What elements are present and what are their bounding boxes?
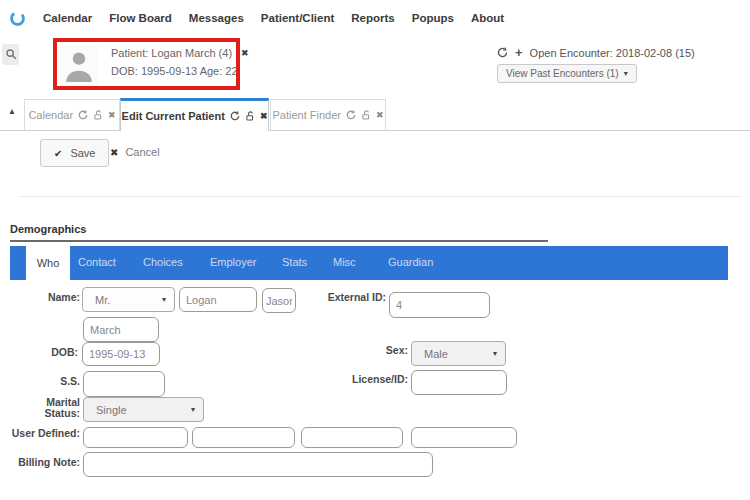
chevron-down-icon: ▾	[162, 295, 166, 304]
tab-refresh-icon[interactable]	[230, 111, 240, 121]
marital-status-label: Marital Status:	[28, 397, 80, 419]
collapse-tabs-icon[interactable]: ▲	[8, 107, 16, 116]
workspace-tab-calendar[interactable]: Calendar ✖	[24, 99, 120, 130]
chevron-down-icon: ▾	[493, 349, 497, 358]
tab-close-icon[interactable]: ✖	[108, 110, 116, 120]
view-past-encounters-button[interactable]: View Past Encounters (1) ▾	[497, 64, 637, 83]
marital-status-value: Single	[96, 404, 127, 416]
demo-tab-employer[interactable]: Employer	[210, 256, 256, 268]
add-encounter-icon[interactable]: +	[515, 45, 523, 60]
patient-close-icon[interactable]: ✖	[241, 48, 249, 58]
nav-item-about[interactable]: About	[471, 12, 504, 24]
tab-close-icon[interactable]: ✖	[376, 110, 384, 120]
demo-tab-choices[interactable]: Choices	[143, 256, 183, 268]
top-nav: Calendar Flow Board Messages Patient/Cli…	[0, 0, 750, 36]
demo-tab-contact[interactable]: Contact	[78, 256, 116, 268]
external-id-label: External ID:	[300, 292, 386, 303]
sex-select[interactable]: Male ▾	[411, 341, 506, 366]
dob-label: DOB:	[30, 347, 78, 358]
marital-status-select[interactable]: Single ▾	[83, 397, 204, 422]
tab-lock-icon[interactable]	[361, 110, 371, 120]
ss-label: S.S.	[30, 376, 80, 387]
nav-item-patient-client[interactable]: Patient/Client	[261, 12, 334, 24]
patient-avatar	[59, 46, 98, 88]
tab-lock-icon[interactable]	[245, 111, 255, 121]
check-icon: ✔	[54, 148, 62, 159]
tab-label: Patient Finder	[272, 109, 340, 121]
billing-note-input[interactable]	[83, 452, 433, 477]
demo-tab-misc[interactable]: Misc	[333, 256, 356, 268]
tabbar-bottom-border	[0, 130, 750, 131]
user-defined-input-2[interactable]	[192, 427, 295, 448]
title-select-value: Mr.	[95, 294, 110, 306]
cancel-button-label: Cancel	[125, 146, 159, 158]
demo-tab-stats[interactable]: Stats	[282, 256, 307, 268]
app-logo-icon	[9, 10, 26, 27]
dob-input[interactable]	[82, 342, 160, 366]
patient-search-button[interactable]	[2, 44, 19, 65]
patient-summary: Patient: Logan March (4) ✖ DOB: 1995-09-…	[111, 47, 249, 77]
person-icon	[62, 46, 96, 88]
user-defined-input-4[interactable]	[411, 427, 517, 448]
refresh-icon[interactable]	[497, 47, 508, 58]
nav-item-messages[interactable]: Messages	[189, 12, 244, 24]
demographics-heading: Demographics	[10, 223, 86, 235]
nav-item-reports[interactable]: Reports	[351, 12, 394, 24]
tab-refresh-icon[interactable]	[346, 110, 356, 120]
middle-name-input[interactable]	[262, 288, 296, 313]
chevron-down-icon: ▾	[624, 69, 628, 78]
nav-item-calendar[interactable]: Calendar	[43, 12, 92, 24]
license-id-input[interactable]	[411, 370, 507, 395]
cancel-button[interactable]: ✖ Cancel	[110, 146, 160, 158]
workspace-tab-edit-current-patient[interactable]: Edit Current Patient ✖	[120, 98, 269, 131]
toolbar-separator	[18, 196, 741, 197]
tab-label: Edit Current Patient	[122, 110, 225, 122]
ss-input[interactable]	[83, 371, 165, 397]
tab-lock-icon[interactable]	[93, 110, 103, 120]
billing-note-label: Billing Note:	[14, 457, 80, 468]
name-label: Name:	[30, 292, 80, 303]
cancel-x-icon: ✖	[110, 147, 118, 158]
search-icon	[5, 46, 17, 64]
chevron-down-icon: ▾	[191, 405, 195, 414]
patient-dob-line: DOB: 1995-09-13 Age: 22	[111, 65, 249, 77]
save-button[interactable]: ✔ Save	[40, 139, 109, 167]
open-encounter-label: Open Encounter: 2018-02-08 (15)	[530, 47, 695, 59]
sex-label: Sex:	[360, 345, 408, 356]
first-name-input[interactable]	[179, 287, 257, 312]
external-id-input[interactable]	[389, 292, 490, 318]
demo-tab-guardian[interactable]: Guardian	[388, 256, 433, 268]
demographics-tab-bar: Who Contact Choices Employer Stats Misc …	[10, 246, 728, 280]
nav-item-popups[interactable]: Popups	[412, 12, 454, 24]
demo-tab-who[interactable]: Who	[26, 246, 70, 280]
license-id-label: License/ID:	[340, 374, 408, 385]
encounter-row: + Open Encounter: 2018-02-08 (15)	[497, 45, 695, 60]
app-window: Calendar Flow Board Messages Patient/Cli…	[0, 0, 750, 500]
save-button-label: Save	[70, 147, 95, 159]
title-select[interactable]: Mr. ▾	[82, 287, 175, 312]
user-defined-label: User Defined:	[10, 428, 80, 439]
user-defined-input-1[interactable]	[83, 427, 188, 448]
patient-name-line: Patient: Logan March (4)	[111, 47, 232, 59]
demographics-underline	[10, 240, 548, 242]
tab-close-icon[interactable]: ✖	[260, 111, 268, 121]
workspace-tab-patient-finder[interactable]: Patient Finder ✖	[270, 99, 386, 130]
nav-item-flow-board[interactable]: Flow Board	[109, 12, 172, 24]
user-defined-input-3[interactable]	[301, 427, 403, 448]
last-name-input[interactable]	[83, 317, 159, 342]
sex-select-value: Male	[424, 348, 448, 360]
tab-refresh-icon[interactable]	[78, 110, 88, 120]
view-past-encounters-label: View Past Encounters (1)	[506, 68, 619, 79]
tab-label: Calendar	[28, 109, 73, 121]
